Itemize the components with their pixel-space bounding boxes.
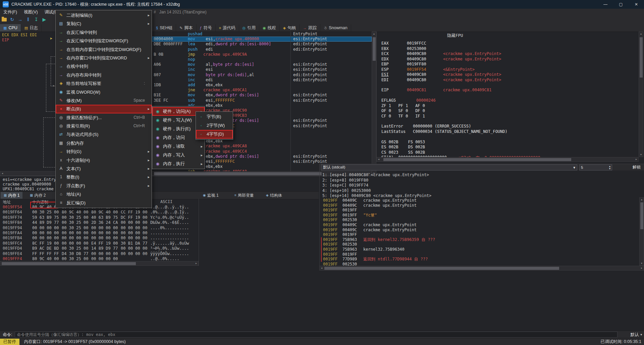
menu-item-给当前地址写标签[interactable]: ◈给当前地址写标签: (56, 79, 152, 88)
menu-item-搜索引用(R)[interactable]: ◎搜索引用(R)Ctrl+R (56, 122, 152, 130)
menu-item-反汇编(D)[interactable]: ≡反汇编(D) (56, 199, 152, 207)
stack-row[interactable]: 0019FF00409Ccrackme upx.EntryPoint (320, 223, 644, 228)
tab-跟踪[interactable]: →跟踪 (300, 24, 320, 32)
registers-horizontal-scrollbar[interactable]: ◂▸ (376, 157, 639, 162)
stack-row[interactable]: 0019FF0019FF (320, 252, 644, 257)
menu-item-修改(M)[interactable]: ✎修改(M)Space (56, 96, 152, 105)
menu-item-搜索匹配特征(F)...[interactable]: ◎搜索匹配特征(F)...Ctrl+B (56, 113, 152, 122)
tab-线程[interactable]: ◉线程 (259, 24, 280, 32)
stack-value: 0019FF (342, 232, 360, 237)
menu-item-分配内存[interactable]: ▦分配内存 (56, 139, 152, 147)
menu-item-在内存布局中转到[interactable]: →在内存布局中转到 (56, 71, 152, 79)
stack-row[interactable]: 0019FF002530 (320, 217, 644, 223)
tab-结构体[interactable]: ◈结构体 (263, 192, 285, 199)
restart-icon[interactable]: ↻ (8, 16, 16, 23)
tab-日志[interactable]: ▤日志 (21, 24, 42, 32)
calling-convention-select[interactable]: 默认 (stdcall)▾ (321, 164, 577, 170)
minimize-button[interactable]: — (598, 0, 613, 9)
registers-vertical-scrollbar[interactable]: ▴▾ (639, 32, 643, 157)
menu-item-在反汇编中转到[interactable]: →在反汇编中转到 (56, 28, 152, 37)
menu-item-断点(B)[interactable]: ●断点(B)▸ (56, 105, 152, 113)
tab-符号[interactable]: ƒ符号 (197, 24, 216, 32)
menu-item-label: 字节(B) (207, 112, 221, 121)
command-input[interactable]: 命令使用逗号分隔（像汇编编语言）: mov eax, ebx (15, 332, 618, 338)
menu-item-内存，读取[interactable]: ◉内存，读取▸ (152, 142, 205, 151)
step-over-icon[interactable]: ▶ (40, 16, 48, 23)
menu-item-内存，执行[interactable]: ◉内存，执行▸ (152, 159, 205, 168)
stack-horizontal-scrollbar[interactable]: ◂▸ (319, 266, 644, 270)
tab-SEH链[interactable]: §SEH链 (153, 24, 176, 32)
dump-row[interactable]: 0019FFC48C FF 19 0000 00 00 00E4 FF 19 0… (0, 241, 199, 246)
disasm-vertical-scrollbar[interactable]: ▴▾ (372, 32, 376, 176)
tab-label: 监视 1 (207, 192, 219, 199)
stack-row[interactable]: 0019FF0019FF"Yc簟" (320, 213, 644, 218)
menu-item-浮点数(F)[interactable]: ƒ浮点数(F)▸ (56, 182, 152, 190)
menu-item[interactable]: 视图(V) (20, 9, 41, 15)
menu-item-2字节(W)[interactable]: ◦2字节(W) (196, 121, 233, 130)
menu-item-复制(C)[interactable]: ▤复制(C)▸ (56, 19, 152, 28)
hide-fpu-button[interactable]: 隐藏FPU (447, 33, 463, 39)
stack-row[interactable]: 0019FF00409Ccrackme upx.EntryPoint (320, 198, 644, 203)
stack-row[interactable]: 0019FF002530 (320, 262, 644, 266)
stack-row[interactable]: 0019FF00409Ccrackme upx.EntryPoint (320, 203, 644, 208)
arg-count-spinner[interactable]: 5▴▾ (579, 164, 612, 170)
menu-item-与表达式同步(S)[interactable]: ⇄与表达式同步(S) (56, 130, 152, 139)
stack-row[interactable]: 0019FF75B963kernel32.75B96340 (320, 247, 644, 252)
tab-源代码[interactable]: ≡源代码 (216, 24, 239, 32)
menu-item-转到(G)[interactable]: →转到(G)▸ (56, 147, 152, 156)
stack-row[interactable]: 0019FF002530 (320, 242, 644, 247)
stack-vertical-scrollbar[interactable]: ▴▾ (639, 197, 644, 266)
run-icon[interactable]: → (16, 16, 24, 23)
close-button[interactable]: ✕ (629, 0, 644, 9)
tab-Snowman[interactable]: ☃Snowman (320, 24, 351, 32)
dump-row[interactable]: 0019FFB400 00 00 0000 00 00 0000 00 00 0… (0, 236, 199, 241)
dump-row[interactable]: 0019FF7459 63 B9 7500 30 25 0040 63 B9 7… (0, 215, 199, 220)
tab-脚本[interactable]: ✎脚本 (176, 24, 196, 32)
tab-内存 2[interactable]: ▦内存 2 (27, 192, 49, 199)
menu-item-文本(T)[interactable]: A文本(T)▸ (56, 164, 152, 173)
argument-row[interactable]: 4: [esp+10] 00253000 (322, 188, 371, 193)
dump-horizontal-scrollbar[interactable]: ◂▸ (0, 261, 199, 266)
stack-row[interactable]: 0019FF0019FF (320, 232, 644, 237)
tab-局部变量[interactable]: ≡局部变量 (231, 192, 257, 199)
stack-row[interactable]: 0019FF00409Ccrackme upx.EntryPoint (320, 228, 644, 233)
dump-row[interactable]: 0019FF9400 00 00 0000 30 25 0000 00 00 0… (0, 226, 199, 231)
step-into-icon[interactable]: ↧ (32, 16, 40, 23)
stack-row[interactable]: 0019FF0019FF (320, 208, 644, 213)
unlock-button[interactable]: 解锁 (633, 164, 641, 170)
menu-item-监视 DWORD(W)[interactable]: ◉监视 DWORD(W) (56, 88, 152, 96)
menu-item-二进制编辑(I)[interactable]: ✎二进制编辑(I)▸ (56, 11, 152, 19)
register-name: ESP (381, 67, 389, 72)
menu-item-地址(A)[interactable]: ⌂地址(A) (56, 190, 152, 198)
maximize-button[interactable]: ▢ (613, 0, 629, 9)
tab-句柄[interactable]: ◈句柄 (280, 24, 300, 32)
menu-item[interactable]: 文件(F) (0, 9, 20, 15)
argument-row[interactable]: 3: [esp+C] 0019FF74 (322, 183, 368, 188)
tab-内存 1[interactable]: ▦内存 1 (1, 192, 22, 199)
menu-item-在反汇编中转到指定DWORD(F)[interactable]: →在反汇编中转到指定DWORD(F) (56, 37, 152, 45)
menu-item-在当前内存窗口中转到指定DWORD(F)[interactable]: →在当前内存窗口中转到指定DWORD(F) (56, 45, 152, 54)
menu-item-整数(I)[interactable]: 1整数(I)▸ (56, 173, 152, 181)
menu-item-在内存窗口中转到指定DWORD[interactable]: →在内存窗口中转到指定DWORD▸ (56, 54, 152, 62)
dump-row[interactable]: 0019FFE4FF FF FF FFD4 30 DB 7700 00 00 0… (0, 251, 199, 256)
argument-row[interactable]: 1: [esp+4] 00409C80 <crackme upx.EntryPo… (322, 172, 429, 177)
argument-row[interactable]: 2: [esp+8] 0019FF80 (322, 178, 368, 183)
menu-item-在栈中转到[interactable]: →在栈中转到 (56, 62, 152, 70)
stack-row[interactable]: 0019FF75B963返回到 kernel32.75B96359 自 ??? (320, 237, 644, 242)
pause-icon[interactable]: ‖ (24, 16, 32, 23)
command-language-select[interactable]: 默认▾ (630, 332, 642, 338)
menu-item-内存，写入[interactable]: ◉内存，写入▸ (152, 151, 205, 159)
open-file-icon[interactable] (0, 16, 8, 23)
stack-row[interactable]: 0019FF77D989返回到 ntdll.77D98944 自 ??? (320, 257, 644, 262)
dump-row[interactable]: 0019FF6400 30 25 0080 9C 40 0080 9C 40 0… (0, 210, 199, 215)
dump-row[interactable]: 0019FF8444 89 D9 7700 30 25 002D 36 24 C… (0, 220, 199, 225)
tab-监视 1[interactable]: ◉监视 1 (200, 192, 222, 199)
menu-item-字节(B)[interactable]: ◦字节(B) (196, 112, 233, 121)
menu-item-4字节(D)[interactable]: ◦4字节(D) (196, 130, 233, 139)
dump-row[interactable]: 0019FFF480 9C 40 0000 30 25 0000 00 00 0… (0, 256, 199, 261)
tab-CPU[interactable]: ▦CPU (0, 24, 21, 32)
dump-row[interactable]: 0019FFD4B9 AC DE BD00 30 25 0014 89 D9 7… (0, 246, 199, 251)
menu-item-十六进制(H)[interactable]: x十六进制(H)▸ (56, 156, 152, 164)
dump-row[interactable]: 0019FFA400 00 00 0000 00 00 0000 00 00 0… (0, 231, 199, 236)
tab-引用[interactable]: ◎引用 (239, 24, 260, 32)
